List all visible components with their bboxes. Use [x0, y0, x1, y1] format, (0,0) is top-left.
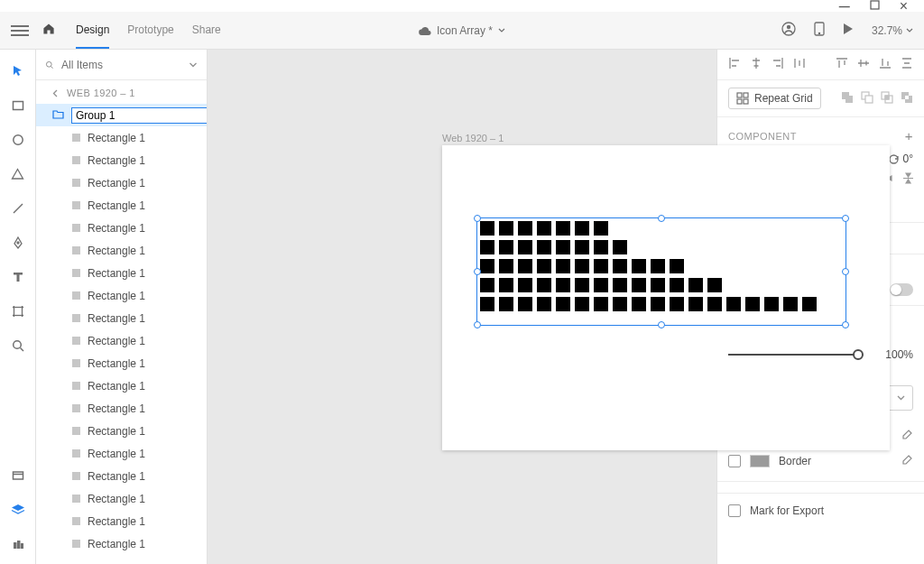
- window-titlebar: — ×: [0, 0, 924, 12]
- layer-item[interactable]: Rectangle 1: [36, 374, 207, 397]
- search-icon: [45, 60, 54, 70]
- layer-thumb-icon: [72, 517, 80, 525]
- svg-point-7: [17, 242, 19, 244]
- chevron-down-icon: [498, 28, 505, 32]
- eyedropper-icon[interactable]: [901, 429, 913, 443]
- tab-prototype[interactable]: Prototype: [127, 13, 173, 48]
- align-top-icon[interactable]: [836, 57, 848, 72]
- boolean-subtract-icon[interactable]: [861, 91, 873, 106]
- svg-rect-20: [845, 96, 853, 103]
- artboard-tool[interactable]: [7, 300, 29, 322]
- layer-group[interactable]: [36, 104, 207, 126]
- tool-rail: [0, 50, 36, 564]
- play-icon[interactable]: [843, 23, 854, 38]
- layer-item[interactable]: Rectangle 1: [36, 217, 207, 239]
- layer-item[interactable]: Rectangle 1: [36, 329, 207, 352]
- polygon-tool[interactable]: [7, 163, 29, 185]
- layer-item[interactable]: Rectangle 1: [36, 397, 207, 420]
- opacity-value[interactable]: 100%: [885, 348, 913, 361]
- rectangle-tool[interactable]: [7, 95, 29, 116]
- selection-box[interactable]: [476, 217, 846, 326]
- export-row[interactable]: Mark for Export: [717, 493, 924, 528]
- artboard-label[interactable]: Web 1920 – 1: [442, 133, 504, 143]
- minimize-button[interactable]: —: [839, 0, 850, 13]
- tab-share[interactable]: Share: [192, 13, 221, 48]
- tab-design[interactable]: Design: [76, 13, 109, 49]
- mode-tabs: Design Prototype Share: [76, 13, 221, 48]
- layers-panel-icon[interactable]: [7, 499, 29, 521]
- select-tool[interactable]: [7, 60, 29, 82]
- eyedropper-icon[interactable]: [901, 454, 913, 468]
- layer-item-label: Rectangle 1: [88, 290, 145, 302]
- close-button[interactable]: ×: [900, 0, 908, 14]
- layer-item[interactable]: Rectangle 1: [36, 420, 207, 442]
- layer-item[interactable]: Rectangle 1: [36, 307, 207, 329]
- align-right-icon[interactable]: [772, 57, 784, 72]
- layer-thumb-icon: [72, 449, 80, 458]
- layer-item-label: Rectangle 1: [88, 245, 145, 257]
- align-hcenter-icon[interactable]: [750, 57, 762, 72]
- zoom-level[interactable]: 32.7%: [872, 24, 913, 37]
- boolean-intersect-icon[interactable]: [881, 91, 893, 106]
- align-bottom-icon[interactable]: [879, 57, 892, 72]
- distribute-v-icon[interactable]: [901, 57, 913, 72]
- layers-breadcrumb[interactable]: WEB 1920 – 1: [36, 80, 207, 104]
- layer-item[interactable]: Rectangle 1: [36, 487, 207, 510]
- responsive-resize-toggle[interactable]: [890, 283, 913, 296]
- device-preview-icon[interactable]: [814, 22, 825, 39]
- maximize-button[interactable]: [870, 0, 880, 13]
- boolean-add-icon[interactable]: [841, 91, 854, 106]
- layer-thumb-icon: [72, 291, 80, 300]
- layer-item[interactable]: Rectangle 1: [36, 194, 207, 217]
- layer-item[interactable]: Rectangle 1: [36, 126, 207, 149]
- svg-rect-22: [865, 96, 873, 103]
- layer-item[interactable]: Rectangle 1: [36, 442, 207, 465]
- component-section-header: COMPONENT +: [717, 117, 924, 149]
- layer-item[interactable]: Rectangle 1: [36, 149, 207, 171]
- svg-rect-25: [885, 96, 889, 99]
- rotation-field[interactable]: 0°: [903, 153, 913, 165]
- assets-panel-icon[interactable]: [7, 465, 29, 486]
- layer-thumb-icon: [72, 134, 80, 142]
- line-tool[interactable]: [7, 198, 29, 219]
- layers-filter[interactable]: All Items: [36, 50, 207, 80]
- align-vcenter-icon[interactable]: [857, 57, 870, 72]
- menu-icon[interactable]: [11, 22, 29, 40]
- border-row: Border: [728, 448, 913, 474]
- svg-rect-15: [737, 93, 742, 97]
- align-row: [717, 50, 924, 80]
- layer-item-label: Rectangle 1: [88, 312, 145, 325]
- chevron-down-icon: [189, 62, 198, 68]
- text-tool[interactable]: [7, 266, 29, 288]
- layer-item[interactable]: Rectangle 1: [36, 510, 207, 532]
- layer-thumb-icon: [72, 404, 80, 412]
- layer-item[interactable]: Rectangle 1: [36, 171, 207, 194]
- layer-item[interactable]: Rectangle 1: [36, 239, 207, 262]
- account-icon[interactable]: [781, 22, 796, 39]
- border-color-swatch[interactable]: [750, 455, 770, 467]
- zoom-tool[interactable]: [7, 335, 29, 356]
- layer-item[interactable]: Rectangle 1: [36, 465, 207, 487]
- flip-v-icon[interactable]: [903, 172, 913, 187]
- layer-item[interactable]: Rectangle 1: [36, 284, 207, 307]
- opacity-slider[interactable]: 100%: [728, 346, 913, 364]
- layer-rename-input[interactable]: [71, 107, 207, 124]
- layer-item[interactable]: Rectangle 1: [36, 352, 207, 374]
- align-left-icon[interactable]: [728, 57, 741, 72]
- border-checkbox[interactable]: [728, 455, 741, 467]
- add-component-icon[interactable]: +: [905, 128, 913, 143]
- layer-item[interactable]: Rectangle 1: [36, 262, 207, 284]
- boolean-exclude-icon[interactable]: [901, 91, 913, 106]
- ellipse-tool[interactable]: [7, 129, 29, 151]
- canvas[interactable]: Web 1920 – 1: [208, 50, 716, 564]
- document-title[interactable]: Icon Array *: [419, 24, 505, 37]
- layer-item-label: Rectangle 1: [88, 425, 145, 438]
- export-checkbox[interactable]: [728, 504, 741, 517]
- svg-rect-8: [14, 308, 22, 316]
- repeat-grid-button[interactable]: Repeat Grid: [728, 88, 821, 109]
- distribute-h-icon[interactable]: [793, 57, 806, 72]
- pen-tool[interactable]: [7, 232, 29, 254]
- plugins-panel-icon[interactable]: [7, 533, 29, 555]
- layer-item[interactable]: Rectangle 1: [36, 532, 207, 555]
- home-icon[interactable]: [42, 22, 60, 40]
